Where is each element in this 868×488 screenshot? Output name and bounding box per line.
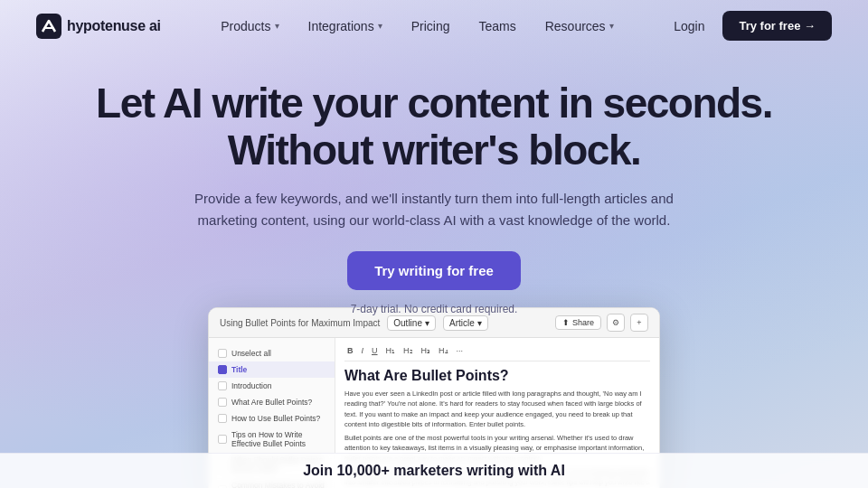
ss-toolbar: B I U H₁ H₂ H₃ H₄ ··· bbox=[344, 345, 650, 361]
sidebar-item-what-are[interactable]: What Are Bullet Points? bbox=[209, 394, 335, 410]
nav-right: Login Try for free → bbox=[674, 11, 832, 41]
sidebar-unselect-all[interactable]: Unselect all bbox=[209, 345, 335, 361]
toolbar-h1[interactable]: H₁ bbox=[383, 345, 399, 356]
hero-subtitle: Provide a few keywords, and we'll instan… bbox=[181, 188, 687, 231]
logo[interactable]: hypotenuse ai bbox=[36, 14, 161, 39]
checkbox-unselect-all[interactable] bbox=[218, 349, 227, 358]
checkbox-what-are[interactable] bbox=[218, 398, 227, 407]
nav-item-resources[interactable]: Resources ▾ bbox=[545, 19, 614, 33]
logo-text: hypotenuse ai bbox=[67, 18, 161, 34]
toolbar-bold[interactable]: B bbox=[344, 345, 356, 356]
nav-item-teams[interactable]: Teams bbox=[478, 19, 515, 33]
hero-title: Let AI write your content in seconds. Wi… bbox=[18, 80, 850, 174]
toolbar-italic[interactable]: I bbox=[359, 345, 367, 356]
nav-links: Products ▾ Integrations ▾ Pricing Teams … bbox=[221, 19, 613, 33]
chevron-down-icon: ▾ bbox=[378, 21, 382, 31]
login-link[interactable]: Login bbox=[674, 19, 704, 33]
toolbar-underline[interactable]: U bbox=[369, 345, 381, 356]
checkbox-how-to-use[interactable] bbox=[218, 414, 227, 423]
chevron-down-icon: ▾ bbox=[609, 21, 614, 31]
try-free-button[interactable]: Try for free → bbox=[722, 11, 832, 41]
bottom-strip: Join 10,000+ marketers writing with AI bbox=[0, 453, 868, 488]
sidebar-item-introduction[interactable]: Introduction bbox=[209, 378, 335, 394]
hero-section: Let AI write your content in seconds. Wi… bbox=[0, 52, 868, 333]
toolbar-h3[interactable]: H₃ bbox=[419, 345, 434, 356]
logo-icon bbox=[36, 14, 61, 39]
svg-rect-0 bbox=[36, 14, 61, 39]
checkbox-introduction[interactable] bbox=[218, 381, 227, 390]
sidebar-item-how-to-use[interactable]: How to Use Bullet Points? bbox=[209, 410, 335, 427]
chevron-down-icon: ▾ bbox=[275, 21, 279, 31]
navbar: hypotenuse ai Products ▾ Integrations ▾ … bbox=[0, 0, 868, 52]
content-para1: Have you ever seen a LinkedIn post or ar… bbox=[344, 389, 650, 429]
trial-note: 7-day trial. No credit card required. bbox=[18, 303, 850, 315]
toolbar-more[interactable]: ··· bbox=[454, 345, 467, 356]
checkbox-tips[interactable] bbox=[218, 435, 227, 444]
sidebar-item-title[interactable]: Title bbox=[209, 361, 335, 378]
checkbox-title[interactable] bbox=[218, 365, 227, 374]
nav-item-integrations[interactable]: Integrations ▾ bbox=[308, 19, 382, 33]
content-heading: What Are Bullet Points? bbox=[344, 367, 650, 384]
nav-item-products[interactable]: Products ▾ bbox=[221, 19, 278, 33]
toolbar-h4[interactable]: H₄ bbox=[436, 345, 451, 356]
nav-item-pricing[interactable]: Pricing bbox=[411, 19, 450, 33]
toolbar-h2[interactable]: H₂ bbox=[401, 345, 416, 356]
hero-cta-button[interactable]: Try writing for free bbox=[347, 251, 521, 290]
sidebar-item-tips[interactable]: Tips on How to Write Effective Bullet Po… bbox=[209, 427, 335, 452]
